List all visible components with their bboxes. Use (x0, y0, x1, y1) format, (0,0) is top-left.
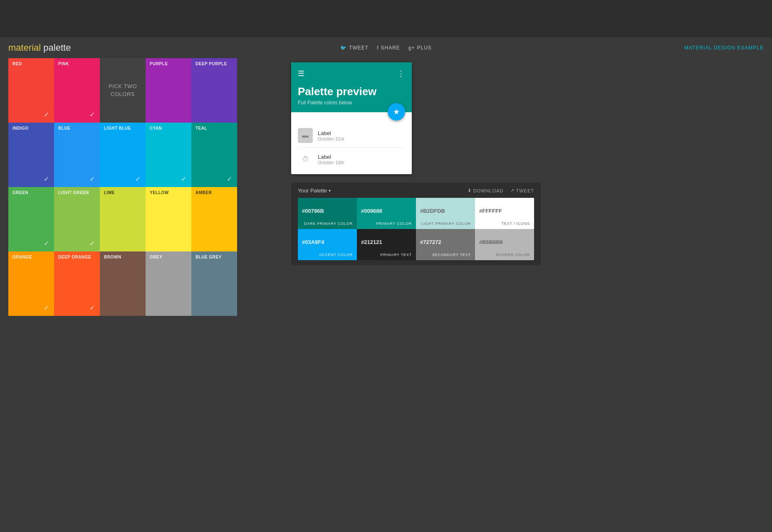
check-mark-blue: ✓ (89, 175, 95, 183)
swatch-label-3: TEXT / ICONS (479, 222, 530, 226)
plus-button[interactable]: g+ PLUS (408, 45, 432, 51)
swatch-hex-1: #009688 (361, 208, 412, 214)
main-layout: RED✓PINK✓PICK TWO COLORSPURPLEDEEP PURPL… (8, 58, 764, 316)
top-bar (0, 0, 772, 37)
material-design-label: MATERIAL DESIGN (684, 45, 737, 51)
more-icon[interactable]: ⋮ (397, 69, 405, 78)
preview-header: ☰ ⋮ Palette preview Full Palette colors … (291, 62, 412, 112)
palette-section: Your Palette ▾ ⬇ DOWNLOAD ↗ TWEET (291, 182, 541, 265)
color-cell-empty1 (237, 58, 283, 123)
download-label: DOWNLOAD (473, 188, 504, 193)
color-name-light-green: LIGHT GREEN (58, 190, 96, 195)
list-item-sub-0: October 21st (318, 136, 405, 141)
palette-swatches: #00796BDARK PRIMARY COLOR#009688PRIMARY … (298, 198, 534, 260)
color-cell-empty3 (237, 187, 283, 251)
preview-card: ☰ ⋮ Palette preview Full Palette colors … (291, 62, 412, 174)
swatch-label-7: DIVIDER COLOR (479, 253, 530, 257)
download-icon: ⬇ (468, 188, 472, 193)
color-cell-amber[interactable]: AMBER (191, 187, 237, 251)
preview-subtitle: Full Palette colors below (298, 100, 405, 106)
list-icon-1: ⏱ (298, 152, 313, 167)
color-cell-deep-orange[interactable]: DEEP ORANGE✓ (54, 251, 100, 316)
tweet-label: TWEET (349, 45, 369, 51)
check-mark-red: ✓ (44, 111, 49, 118)
color-name-lime: LIME (104, 190, 141, 195)
list-item-sub-1: October 19th (318, 160, 405, 165)
check-mark-orange: ✓ (44, 304, 49, 312)
logo: material palette (8, 42, 71, 53)
palette-swatch-5[interactable]: #212121PRIMARY TEXT (357, 229, 416, 260)
facebook-icon: f (377, 45, 379, 51)
header-right: MATERIAL DESIGN EXAMPLE (684, 45, 764, 51)
list-item-text-1: Label October 19th (318, 154, 405, 165)
color-cell-pick-two[interactable]: PICK TWO COLORS (100, 58, 146, 123)
preview-text-area: Palette preview Full Palette colors belo… (298, 80, 405, 106)
color-cell-green[interactable]: GREEN✓ (8, 187, 54, 251)
list-item: ▬ Label October 21st (298, 124, 405, 148)
color-name-grey: GREY (150, 255, 187, 259)
gplus-icon: g+ (408, 45, 415, 51)
color-cell-empty4 (237, 251, 283, 316)
swatch-label-4: ACCENT COLOR (302, 253, 353, 257)
swatch-hex-0: #00796B (302, 208, 353, 214)
color-name-indigo: INDIGO (12, 126, 50, 131)
color-cell-deep-purple[interactable]: DEEP PURPLE (191, 58, 237, 123)
logo-palette: palette (41, 42, 71, 53)
swatch-label-0: DARK PRIMARY COLOR (302, 222, 353, 226)
check-mark-teal: ✓ (227, 175, 232, 183)
color-cell-light-green[interactable]: LIGHT GREEN✓ (54, 187, 100, 251)
palette-swatch-1[interactable]: #009688PRIMARY COLOR (357, 198, 416, 229)
color-cell-orange[interactable]: ORANGE✓ (8, 251, 54, 316)
right-panel: ☰ ⋮ Palette preview Full Palette colors … (291, 58, 764, 265)
color-name-orange: ORANGE (12, 255, 50, 259)
palette-swatch-4[interactable]: #03A9F4ACCENT COLOR (298, 229, 357, 260)
color-cell-indigo[interactable]: INDIGO✓ (8, 123, 54, 187)
color-cell-empty2 (237, 123, 283, 187)
color-name-deep-purple: DEEP PURPLE (195, 62, 233, 66)
check-mark-cyan: ✓ (181, 175, 186, 183)
color-cell-blue[interactable]: BLUE✓ (54, 123, 100, 187)
color-name-light-blue: LIGHT BLUE (104, 126, 141, 131)
color-name-yellow: YELLOW (150, 190, 187, 195)
color-name-deep-orange: DEEP ORANGE (58, 255, 96, 259)
chevron-down-icon[interactable]: ▾ (329, 188, 331, 193)
color-cell-yellow[interactable]: YELLOW (146, 187, 191, 251)
color-cell-pink[interactable]: PINK✓ (54, 58, 100, 123)
palette-swatch-2[interactable]: #B2DFDBLIGHT PRIMARY COLOR (416, 198, 475, 229)
swatch-hex-5: #212121 (361, 239, 412, 245)
color-cell-lime[interactable]: LIME (100, 187, 146, 251)
color-cell-red[interactable]: RED✓ (8, 58, 54, 123)
swatch-hex-3: #FFFFFF (479, 208, 530, 214)
download-button[interactable]: ⬇ DOWNLOAD (468, 188, 504, 193)
palette-swatch-3[interactable]: #FFFFFFTEXT / ICONS (475, 198, 534, 229)
color-cell-grey[interactable]: GREY (146, 251, 191, 316)
hamburger-icon[interactable]: ☰ (298, 69, 304, 78)
tweet-button[interactable]: 🐦 TWEET (340, 45, 369, 51)
fab-button[interactable]: ★ (388, 103, 405, 121)
color-cell-purple[interactable]: PURPLE (146, 58, 191, 123)
swatch-hex-7: #B6B6B6 (479, 239, 530, 245)
pick-two-text: PICK TWO COLORS (104, 83, 141, 98)
example-link[interactable]: EXAMPLE (737, 45, 764, 51)
color-cell-blue-grey[interactable]: BLUE GREY (191, 251, 237, 316)
palette-title-text: Your Palette (298, 187, 327, 194)
color-cell-cyan[interactable]: CYAN✓ (146, 123, 191, 187)
share-button[interactable]: f SHARE (377, 45, 400, 51)
color-cell-teal[interactable]: TEAL✓ (191, 123, 237, 187)
palette-swatch-7[interactable]: #B6B6B6DIVIDER COLOR (475, 229, 534, 260)
check-mark-indigo: ✓ (44, 175, 49, 183)
swatch-label-2: LIGHT PRIMARY COLOR (420, 222, 471, 226)
logo-material: material (8, 42, 41, 53)
color-grid: RED✓PINK✓PICK TWO COLORSPURPLEDEEP PURPL… (8, 58, 283, 316)
color-name-red: RED (12, 62, 50, 66)
palette-swatch-6[interactable]: #727272SECONDARY TEXT (416, 229, 475, 260)
swatch-label-6: SECONDARY TEXT (420, 253, 471, 257)
plus-label: PLUS (417, 45, 432, 51)
palette-tweet-button[interactable]: ↗ TWEET (510, 188, 534, 193)
color-cell-light-blue[interactable]: LIGHT BLUE✓ (100, 123, 146, 187)
list-item-label-1: Label (318, 154, 405, 160)
share-label: SHARE (381, 45, 400, 51)
palette-swatch-0[interactable]: #00796BDARK PRIMARY COLOR (298, 198, 357, 229)
color-cell-brown[interactable]: BROWN (100, 251, 146, 316)
header: material palette 🐦 TWEET f SHARE g+ PLUS… (8, 37, 764, 58)
